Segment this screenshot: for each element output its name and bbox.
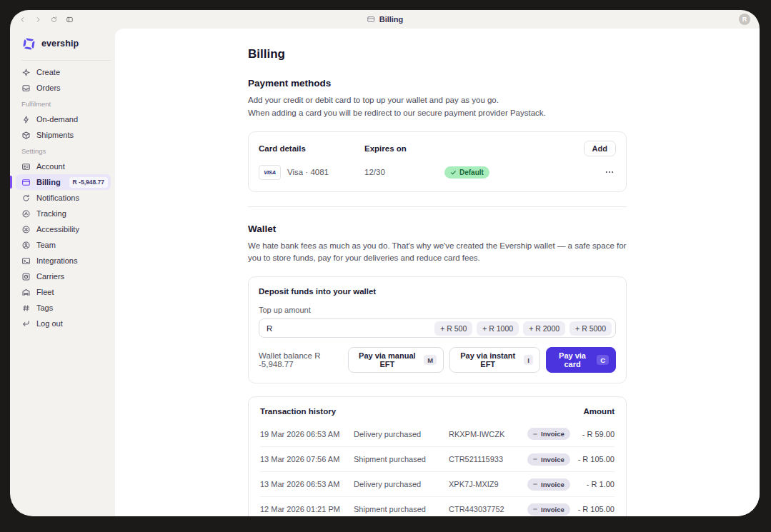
avatar[interactable]: R <box>739 14 750 25</box>
invoice-badge[interactable]: Invoice <box>527 428 570 440</box>
quick-amount-500-chip[interactable]: + R 500 <box>434 321 472 336</box>
logout-icon <box>21 319 31 328</box>
invoice-label: Invoice <box>541 506 564 513</box>
sidebar: evership Create Orders Fulfilment On-dem… <box>10 29 115 516</box>
table-row: 12 Mar 2026 01:21 PM Shipment purchased … <box>260 496 615 516</box>
sidebar-item-billing[interactable]: Billing R -5,948.77 <box>16 174 111 190</box>
wallet-description: We hate bank fees as much as you do. Tha… <box>248 240 627 266</box>
invoice-label: Invoice <box>541 456 564 463</box>
amount-header: Amount <box>584 407 615 416</box>
invoice-badge[interactable]: Invoice <box>527 478 570 491</box>
shortcut-key: C <box>597 355 609 365</box>
tx-type: Shipment purchased <box>354 455 449 463</box>
sidebar-item-logout[interactable]: Log out <box>16 316 111 331</box>
inbox-icon <box>21 84 31 93</box>
button-label: Pay via card <box>553 351 592 368</box>
user-circle-icon <box>21 241 31 250</box>
sidebar-item-orders[interactable]: Orders <box>16 80 111 96</box>
description-line: Add your credit or debit card to top up … <box>248 96 499 104</box>
invoice-label: Invoice <box>541 481 564 488</box>
add-card-button[interactable]: Add <box>584 141 616 156</box>
quick-amount-2000-chip[interactable]: + R 2000 <box>523 321 565 336</box>
tx-date: 12 Mar 2026 01:21 PM <box>260 505 354 513</box>
card-row: VISA Visa · 4081 12/30 Default <box>259 165 616 180</box>
sidebar-item-notifications[interactable]: Notifications <box>16 190 111 206</box>
reload-icon[interactable] <box>50 16 58 24</box>
description-line: When adding a card you will be redirect … <box>248 109 546 117</box>
credit-card-icon <box>21 178 31 187</box>
sidebar-item-label: Orders <box>36 84 61 92</box>
transaction-history-title: Transaction history <box>260 407 336 416</box>
garage-icon <box>21 288 31 297</box>
tx-amount: - R 105.00 <box>578 455 615 463</box>
minus-icon <box>532 431 538 437</box>
section-label-settings: Settings <box>10 143 115 159</box>
tx-reference: XPK7J-MXIZ9 <box>449 480 527 488</box>
sidebar-item-label: Integrations <box>36 256 77 265</box>
card-expiry: 12/30 <box>364 168 444 176</box>
navigation-icon <box>21 209 31 219</box>
sidebar-item-account[interactable]: Account <box>16 159 111 174</box>
pay-manual-eft-button[interactable]: Pay via manual EFT M <box>348 347 444 373</box>
top-up-amount-input[interactable]: R + R 500 + R 1000 + R 2000 + R 5000 <box>259 318 616 338</box>
default-label: Default <box>459 169 484 176</box>
sidebar-item-label: Carriers <box>36 272 64 281</box>
sidebar-item-team[interactable]: Team <box>16 237 111 253</box>
tx-type: Delivery purchased <box>354 430 449 438</box>
quick-amount-5000-chip[interactable]: + R 5000 <box>569 321 612 336</box>
button-label: Pay via manual EFT <box>355 351 419 368</box>
sidebar-item-tracking[interactable]: Tracking <box>16 206 111 221</box>
button-label: Pay via instant EFT <box>457 351 519 368</box>
sidebar-item-label: Tracking <box>36 209 66 218</box>
sidebar-divider <box>21 60 111 61</box>
sparkles-icon <box>21 68 31 77</box>
table-row: 13 Mar 2026 06:53 AM Delivery purchased … <box>260 471 615 496</box>
quick-amount-1000-chip[interactable]: + R 1000 <box>477 321 519 336</box>
sidebar-item-carriers[interactable]: Carriers <box>16 268 111 284</box>
sidebar-item-label: Shipments <box>36 131 74 139</box>
tx-reference: CTR443037752 <box>449 505 527 513</box>
invoice-badge[interactable]: Invoice <box>527 503 570 516</box>
invoice-badge[interactable]: Invoice <box>527 453 570 466</box>
sidebar-item-label: Log out <box>36 319 63 328</box>
browser-chrome: Billing R <box>10 10 760 29</box>
sidebar-item-fleet[interactable]: Fleet <box>16 284 111 300</box>
sidebar-item-label: Accessibility <box>36 225 79 234</box>
wallet-title: Wallet <box>248 224 627 234</box>
sidebar-item-tags[interactable]: Tags <box>16 300 111 316</box>
card-options-menu-icon[interactable] <box>603 167 616 177</box>
back-icon[interactable] <box>19 16 26 24</box>
tab-title: Billing <box>379 15 404 24</box>
section-label-fulfilment: Fulfilment <box>10 96 115 111</box>
app-window: Billing R evership <box>10 10 760 516</box>
tx-type: Delivery purchased <box>354 480 449 488</box>
sidebar-item-label: On-demand <box>36 115 78 124</box>
sidebar-toggle-icon[interactable] <box>66 16 74 24</box>
sidebar-item-integrations[interactable]: Integrations <box>16 253 111 268</box>
sidebar-item-create[interactable]: Create <box>16 64 111 80</box>
forward-icon[interactable] <box>34 16 42 24</box>
tx-amount: - R 59.00 <box>582 430 615 438</box>
tx-reference: RKXPM-IWCZK <box>449 430 527 438</box>
payment-methods-title: Payment methods <box>248 78 627 89</box>
pay-via-card-button[interactable]: Pay via card C <box>546 347 616 373</box>
sidebar-item-label: Notifications <box>36 194 79 202</box>
sidebar-item-shipments[interactable]: Shipments <box>16 127 111 143</box>
table-row: 13 Mar 2026 07:56 AM Shipment purchased … <box>260 446 615 471</box>
sidebar-item-on-demand[interactable]: On-demand <box>16 111 111 127</box>
package-icon <box>21 131 31 140</box>
page-title: Billing <box>248 47 627 61</box>
pay-instant-eft-button[interactable]: Pay via instant EFT I <box>449 347 540 373</box>
invoice-label: Invoice <box>541 430 564 438</box>
active-tab[interactable]: Billing <box>367 15 404 24</box>
section-divider <box>248 206 627 207</box>
refresh-icon <box>21 194 31 203</box>
tx-reference: CTR521115933 <box>449 455 527 463</box>
brand-logo: evership <box>10 33 115 54</box>
sidebar-item-accessibility[interactable]: Accessibility <box>16 221 111 237</box>
wallet-balance-badge: R -5,948.77 <box>69 177 108 188</box>
deposit-title: Deposit funds into your wallet <box>259 287 616 296</box>
active-indicator <box>10 176 12 189</box>
table-row: 19 Mar 2026 06:53 AM Delivery purchased … <box>260 421 615 446</box>
payment-methods-description: Add your credit or debit card to top up … <box>248 94 627 120</box>
